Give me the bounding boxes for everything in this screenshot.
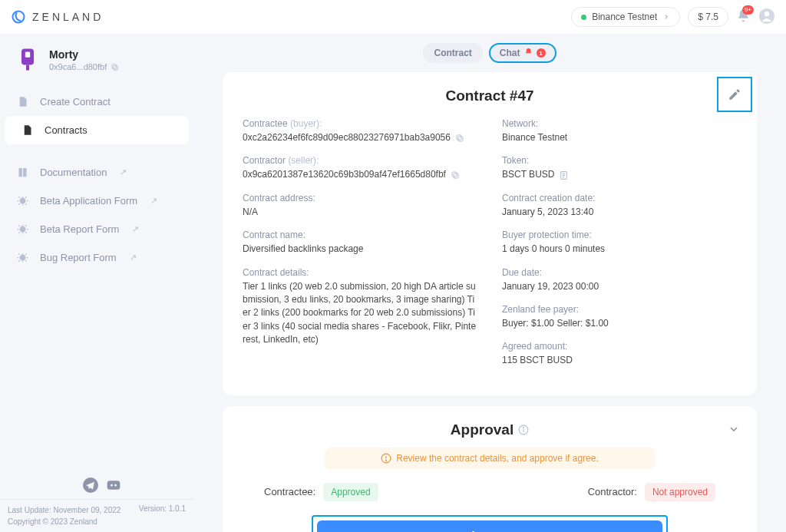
copy-icon[interactable] (111, 63, 119, 71)
logo[interactable]: ZENLAND (11, 9, 104, 25)
brand-text: ZENLAND (32, 11, 104, 23)
contractor-address: 0x9ca6201387e13620c69b3b09af47ef1665d80f… (243, 168, 477, 181)
svg-rect-15 (458, 137, 463, 141)
approval-card: Approval Review the contract details, an… (223, 406, 757, 532)
telegram-icon[interactable] (83, 477, 98, 493)
approval-title: Approval (243, 421, 737, 438)
social-links (68, 471, 193, 499)
svg-rect-17 (454, 173, 458, 178)
user-block: Morty 0x9ca6...d80fbf (0, 34, 193, 88)
approval-notice: Review the contract details, and approve… (325, 448, 655, 469)
copyright: Copyright © 2023 Zenland (8, 516, 121, 527)
approve-button[interactable]: Approve (317, 520, 662, 532)
notifications-button[interactable]: 9+ (736, 8, 751, 25)
not-approved-badge: Not approved (645, 483, 715, 501)
file-icon (17, 96, 28, 107)
alert-icon (381, 453, 391, 464)
user-circle-icon (758, 8, 775, 25)
bell-small-icon (524, 48, 533, 58)
fee-label: Zenland fee payer: (502, 304, 737, 315)
external-link-icon: ↗ (130, 253, 137, 263)
creation-label: Contract creation date: (502, 193, 737, 203)
protection-label: Buyer protection time: (502, 230, 737, 240)
chevron-down-icon (728, 423, 740, 435)
nav-create-contract[interactable]: Create Contract (0, 88, 193, 116)
status-dot-icon (581, 15, 586, 20)
account-button[interactable] (758, 8, 775, 27)
svg-rect-4 (25, 52, 30, 58)
contract-address-value: N/A (243, 206, 477, 219)
contractee-label: Contractee (buyer): (243, 118, 477, 129)
contract-card: Contract #47 Contractee (buyer): 0xc2a26… (223, 72, 757, 395)
contractee-approval: Contractee: Approved (264, 483, 378, 501)
header: ZENLAND Binance Testnet $ 7.5 9+ (0, 0, 786, 34)
network-label: Network: (502, 118, 737, 129)
due-value: January 19, 2023 00:00 (502, 280, 737, 293)
external-link-icon: ↗ (120, 167, 127, 177)
contract-title: Contract #47 (243, 88, 737, 104)
docs-icon (17, 167, 28, 178)
protection-value: 1 days 0 hours 0 minutes (502, 243, 737, 256)
contractor-approval: Contractor: Not approved (588, 483, 715, 501)
svg-point-9 (20, 226, 26, 233)
token-value: BSCT BUSD (502, 168, 737, 181)
creation-value: January 5, 2023 13:40 (502, 206, 737, 219)
tabs: Contract Chat 1 (223, 43, 757, 63)
user-name: Morty (49, 48, 119, 61)
svg-point-13 (111, 484, 113, 487)
last-update: Last Update: November 09, 2022 (8, 504, 121, 516)
amount-value: 115 BSCT BUSD (502, 354, 737, 367)
nav-documentation[interactable]: Documentation ↗ (0, 158, 193, 187)
document-icon[interactable] (559, 170, 569, 180)
svg-rect-16 (457, 135, 461, 140)
sidebar: Morty 0x9ca6...d80fbf Create Contract Co… (0, 34, 193, 532)
contract-address-label: Contract address: (243, 193, 477, 203)
svg-point-14 (114, 484, 117, 487)
main-content: Contract Chat 1 Contract #47 Contractee … (193, 34, 786, 532)
nav-contracts[interactable]: Contracts (5, 116, 189, 144)
bug-icon (17, 223, 28, 235)
svg-point-10 (20, 255, 26, 261)
external-link-icon: ↗ (150, 196, 157, 206)
tab-contract[interactable]: Contract (423, 43, 482, 63)
chevron-right-icon (662, 13, 670, 21)
pencil-icon (728, 88, 741, 101)
balance-display: $ 7.5 (688, 7, 728, 27)
nav-beta-application[interactable]: Beta Application Form ↗ (0, 187, 193, 215)
file-icon (21, 124, 33, 136)
collapse-toggle[interactable] (728, 423, 740, 438)
contract-details-label: Contract details: (243, 267, 477, 278)
discord-icon[interactable] (106, 477, 121, 493)
notification-badge: 9+ (742, 5, 754, 15)
nav-bug-report[interactable]: Bug Report Form ↗ (0, 243, 193, 272)
svg-point-2 (765, 12, 769, 16)
contract-details-value: Tier 1 links (20 web 2.0 submission, 20 … (243, 280, 477, 347)
contractor-label: Contractor (seller): (243, 155, 477, 166)
edit-button[interactable] (717, 77, 752, 112)
external-link-icon: ↗ (132, 224, 139, 234)
contract-name-value: Diversified backlinks package (243, 243, 477, 256)
user-avatar-icon (15, 48, 40, 72)
tab-chat[interactable]: Chat 1 (489, 43, 556, 63)
due-label: Due date: (502, 267, 737, 278)
sidebar-footer: Last Update: November 09, 2022 Copyright… (0, 499, 193, 532)
svg-rect-6 (114, 65, 118, 70)
copy-icon[interactable] (451, 170, 460, 180)
nav: Create Contract Contracts Documentation … (0, 88, 193, 272)
svg-point-28 (386, 460, 387, 461)
network-selector[interactable]: Binance Testnet (571, 7, 680, 27)
svg-rect-7 (112, 64, 117, 68)
approve-button-highlight: Approve (312, 515, 668, 532)
nav-beta-report[interactable]: Beta Report Form ↗ (0, 215, 193, 243)
logo-icon (11, 9, 26, 25)
token-label: Token: (502, 155, 737, 166)
svg-rect-5 (26, 64, 29, 70)
version: Version: 1.0.1 (139, 504, 186, 527)
info-icon[interactable] (518, 425, 529, 435)
bug-icon (17, 195, 28, 207)
copy-icon[interactable] (455, 134, 464, 143)
svg-rect-12 (107, 481, 121, 490)
network-value: Binance Testnet (502, 131, 737, 144)
user-address: 0x9ca6...d80fbf (49, 62, 119, 71)
contract-name-label: Contract name: (243, 230, 477, 240)
